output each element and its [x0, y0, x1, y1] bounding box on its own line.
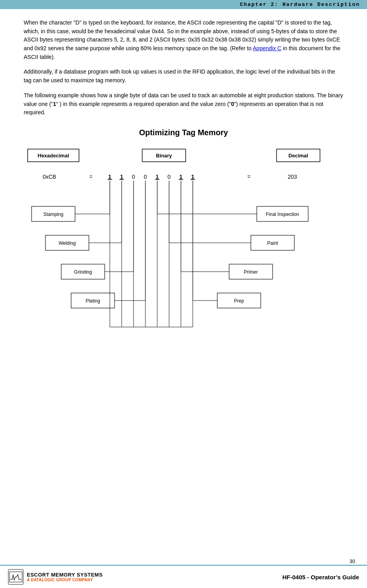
bit-3: 1: [156, 174, 159, 180]
station-grinding: Grinding: [74, 269, 92, 275]
hex-label: Hexadecimal: [38, 153, 69, 159]
footer-company-info: ESCORT MEMORY SYSTEMS A DATALOGIC GROUP …: [27, 572, 103, 582]
station-paint: Paint: [267, 240, 278, 246]
hex-value: 0xCB: [43, 174, 56, 180]
bit-1: 1: [179, 174, 183, 180]
chapter-header: Chapter 2: Hardware Description: [0, 0, 367, 9]
paragraph-2: Additionally, if a database program with…: [24, 68, 343, 85]
page-number: 30: [350, 558, 355, 564]
company-name: ESCORT MEMORY SYSTEMS: [27, 572, 103, 578]
diagram-area: Hexadecimal Binary Decimal 0xCB = 1 1 0 …: [24, 145, 343, 371]
decimal-label: Decimal: [288, 153, 308, 159]
footer-logo: ESCORT MEMORY SYSTEMS A DATALOGIC GROUP …: [8, 569, 103, 585]
equals1: =: [89, 174, 92, 180]
ems-badge: [8, 569, 24, 585]
paragraph-3: The following example shows how a single…: [24, 91, 343, 117]
ems-logo-icon: [9, 571, 23, 582]
bit-4: 0: [144, 174, 147, 180]
station-welding: Welding: [58, 240, 75, 246]
chapter-title: Chapter 2: Hardware Description: [240, 2, 360, 8]
station-primer: Primer: [244, 269, 258, 275]
station-plating: Plating: [86, 298, 100, 304]
station-prep: Prep: [234, 298, 244, 304]
bit-0: 1: [191, 174, 194, 180]
section-title: Optimizing Tag Memory: [24, 128, 343, 137]
bit-6: 1: [120, 174, 123, 180]
bit-2: 0: [168, 174, 171, 180]
bit-5: 0: [132, 174, 135, 180]
optimizing-tag-memory-diagram: Hexadecimal Binary Decimal 0xCB = 1 1 0 …: [24, 145, 344, 371]
binary-label: Binary: [156, 153, 172, 159]
bit-7: 1: [108, 174, 111, 180]
paragraph-1: When the character "D" is typed on the k…: [24, 19, 343, 61]
station-final-inspection: Final Inspection: [266, 212, 299, 217]
station-stamping: Stamping: [43, 212, 64, 217]
footer: ESCORT MEMORY SYSTEMS A DATALOGIC GROUP …: [0, 565, 367, 588]
company-sub: A DATALOGIC GROUP COMPANY: [27, 578, 103, 582]
footer-guide-title: HF-0405 - Operator’s Guide: [282, 574, 359, 580]
equals2: =: [247, 174, 250, 180]
decimal-value: 203: [288, 174, 297, 180]
appendix-c-link[interactable]: Appendix C: [253, 45, 281, 51]
footer-left: ESCORT MEMORY SYSTEMS A DATALOGIC GROUP …: [8, 569, 103, 585]
page-content: When the character "D" is typed on the k…: [0, 9, 367, 371]
